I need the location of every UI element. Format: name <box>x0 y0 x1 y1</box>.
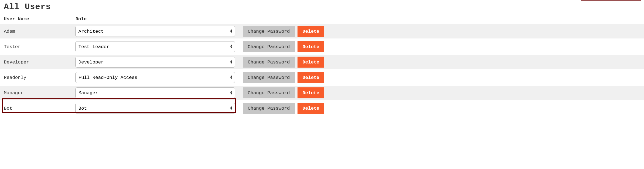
table-header-row: User Name Role <box>0 14 644 24</box>
table-row: DeveloperDeveloper▲▼Change PasswordDelet… <box>0 54 644 70</box>
change-password-button[interactable]: Change Password <box>243 87 295 98</box>
role-cell: Bot▲▼ <box>72 101 239 116</box>
username-cell: Bot <box>0 101 72 116</box>
role-cell: Manager▲▼ <box>72 85 239 101</box>
column-header-username: User Name <box>0 14 72 24</box>
delete-button[interactable]: Delete <box>298 87 324 98</box>
users-table: User Name Role AdamArchitect▲▼Change Pas… <box>0 14 644 117</box>
table-row: ReadonlyFull Read-Only Access▲▼Change Pa… <box>0 70 644 85</box>
table-row: BotBot▲▼Change PasswordDelete <box>0 101 644 116</box>
change-password-button[interactable]: Change Password <box>243 26 295 37</box>
role-cell: Architect▲▼ <box>72 24 239 39</box>
actions-cell: Change PasswordDelete <box>239 54 644 70</box>
delete-button[interactable]: Delete <box>298 57 324 68</box>
table-row: TesterTest Leader▲▼Change PasswordDelete <box>0 39 644 54</box>
column-header-actions <box>239 14 644 24</box>
role-select[interactable]: Architect <box>75 26 235 37</box>
page-title: All Users <box>0 0 644 14</box>
role-select[interactable]: Test Leader <box>75 41 235 52</box>
table-row: AdamArchitect▲▼Change PasswordDelete <box>0 24 644 39</box>
actions-cell: Change PasswordDelete <box>239 24 644 39</box>
actions-cell: Change PasswordDelete <box>239 39 644 54</box>
column-header-role: Role <box>72 14 239 24</box>
delete-button[interactable]: Delete <box>298 41 324 52</box>
actions-cell: Change PasswordDelete <box>239 85 644 101</box>
delete-button[interactable]: Delete <box>298 26 324 37</box>
delete-button[interactable]: Delete <box>298 72 324 83</box>
role-select[interactable]: Developer <box>75 57 235 68</box>
actions-cell: Change PasswordDelete <box>239 101 644 116</box>
username-cell: Manager <box>0 85 72 101</box>
change-password-button[interactable]: Change Password <box>243 103 295 114</box>
username-cell: Readonly <box>0 70 72 85</box>
change-password-button[interactable]: Change Password <box>243 41 295 52</box>
role-cell: Test Leader▲▼ <box>72 39 239 54</box>
delete-button[interactable]: Delete <box>298 103 324 114</box>
table-row: ManagerManager▲▼Change PasswordDelete <box>0 85 644 101</box>
role-select[interactable]: Bot <box>75 103 235 114</box>
role-select[interactable]: Manager <box>75 87 235 98</box>
username-cell: Developer <box>0 54 72 70</box>
username-cell: Tester <box>0 39 72 54</box>
role-select[interactable]: Full Read-Only Access <box>75 72 235 83</box>
change-password-button[interactable]: Change Password <box>243 57 295 68</box>
role-cell: Developer▲▼ <box>72 54 239 70</box>
actions-cell: Change PasswordDelete <box>239 70 644 85</box>
username-cell: Adam <box>0 24 72 39</box>
change-password-button[interactable]: Change Password <box>243 72 295 83</box>
role-cell: Full Read-Only Access▲▼ <box>72 70 239 85</box>
